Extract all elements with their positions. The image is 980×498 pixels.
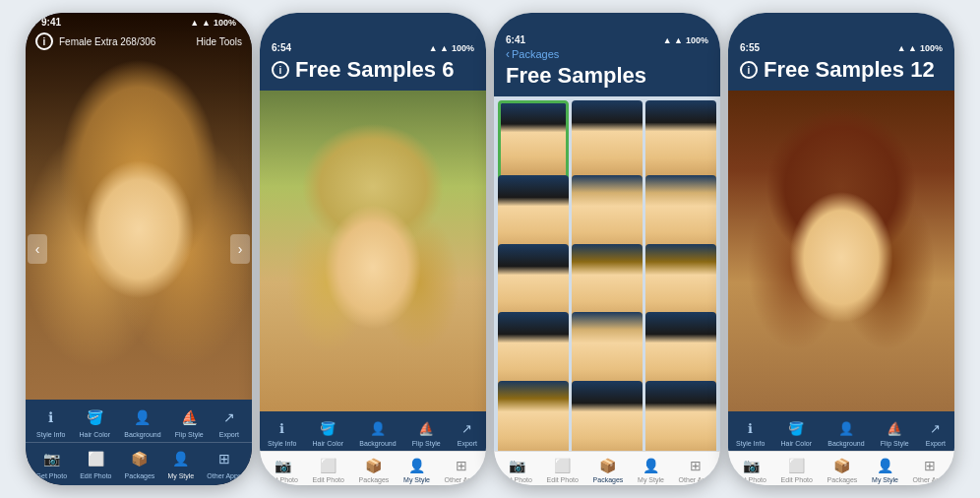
- tab-other-apps-3[interactable]: ⊞ Other Apps: [679, 456, 713, 483]
- toolbar-flip-style[interactable]: ⛵ Flip Style: [175, 405, 204, 438]
- background-icon: 👤: [131, 405, 154, 429]
- export-label: Export: [219, 431, 239, 438]
- tab-packages-3[interactable]: 📦 Packages: [593, 456, 624, 483]
- act-background-4[interactable]: 👤 Background: [827, 417, 864, 447]
- hide-tools-btn[interactable]: Hide Tools: [196, 36, 242, 47]
- phone-2-screen: 6:54 ▲ ▲ 100% i Free Samples 6 ℹ: [260, 13, 486, 485]
- tab-my-style-4[interactable]: 👤 My Style: [872, 456, 898, 483]
- act-export-4[interactable]: ↗ Export: [925, 417, 947, 447]
- mini-face-15: [645, 381, 716, 451]
- act-export-2[interactable]: ↗ Export: [457, 417, 478, 447]
- export-icon-4: ↗: [925, 417, 947, 439]
- act-flip-style-4[interactable]: ⛵ Flip Style: [881, 417, 909, 447]
- background-label: Background: [124, 431, 160, 438]
- phone2-content: [260, 91, 486, 411]
- next-arrow[interactable]: ›: [230, 234, 250, 264]
- time-1: 9:41: [41, 17, 61, 28]
- style-info-label: Style Info: [36, 431, 65, 438]
- act-hair-color-4[interactable]: 🪣 Hair Color: [781, 417, 813, 447]
- act-flip-style-2[interactable]: ⛵ Flip Style: [412, 417, 441, 447]
- flip-style-icon-2: ⛵: [415, 417, 437, 439]
- tab-other-apps-2[interactable]: ⊞ Other Apps: [445, 456, 479, 483]
- act-style-info-2[interactable]: ℹ Style Info: [268, 417, 296, 447]
- tab-other-apps-1[interactable]: ⊞ Other Apps: [207, 447, 241, 479]
- edit-photo-tab-icon-2: ⬜: [319, 456, 338, 475]
- tab-get-photo-4[interactable]: 📷 Get Photo: [735, 456, 766, 483]
- status-icons-2: ▲ ▲ 100%: [429, 43, 474, 53]
- tab-other-apps-4[interactable]: ⊞ Other Apps: [913, 456, 948, 483]
- phone4-content: [728, 91, 954, 411]
- tab-packages-1[interactable]: 📦 Packages: [125, 447, 155, 479]
- toolbar-style-info[interactable]: ℹ Style Info: [36, 405, 65, 438]
- hair-color-icon-4: 🪣: [785, 417, 807, 439]
- style-info-icon-2: ℹ: [272, 417, 293, 439]
- toolbar-hair-color[interactable]: 🪣 Hair Color: [80, 405, 111, 438]
- other-apps-label: Other Apps: [207, 472, 241, 479]
- toolbar-background[interactable]: 👤 Background: [124, 405, 160, 438]
- status-bar-1: 9:41 ▲ ▲ 100%: [26, 13, 252, 30]
- my-style-label: My Style: [167, 472, 194, 479]
- tab-my-style-1[interactable]: 👤 My Style: [167, 447, 194, 479]
- get-photo-label: Get Photo: [36, 472, 68, 479]
- wifi-icon-1: ▲: [202, 18, 211, 28]
- phone2-model: [260, 91, 486, 411]
- mini-face-1: [501, 103, 566, 186]
- tab-packages-2[interactable]: 📦 Packages: [359, 456, 390, 483]
- time-3: 6:41: [506, 34, 525, 45]
- top-bar-1: i Female Extra 268/306 Hide Tools: [26, 29, 252, 54]
- packages-icon: 📦: [128, 447, 152, 470]
- background-icon-2: 👤: [367, 417, 389, 439]
- style-info-icon: ℹ: [39, 405, 63, 429]
- tab-get-photo-1[interactable]: 📷 Get Photo: [36, 447, 68, 479]
- export-icon-2: ↗: [457, 417, 478, 439]
- mini-face-13: [498, 381, 569, 451]
- phone2-title: Free Samples 6: [295, 57, 454, 83]
- tab-my-style-2[interactable]: 👤 My Style: [403, 456, 430, 483]
- info-icon-4[interactable]: i: [740, 61, 758, 79]
- phone1-model-render: [26, 13, 252, 406]
- tab-got-photo-3[interactable]: 📷 Got Photo: [501, 456, 532, 483]
- phone-2: 6:54 ▲ ▲ 100% i Free Samples 6 ℹ: [260, 13, 486, 485]
- phones-container: 9:41 ▲ ▲ 100% i Female Extra 268/306 Hid…: [16, 3, 964, 495]
- tab-edit-photo-1[interactable]: ⬜ Edit Photo: [80, 447, 111, 479]
- grid-item-15[interactable]: 15: [645, 381, 716, 451]
- phone3-header: 6:41 ▲ ▲ 100% ‹ Packages Free Samples: [494, 13, 720, 96]
- act-style-info-4[interactable]: ℹ Style Info: [736, 417, 765, 447]
- status-bar-3: 6:41 ▲ ▲ 100%: [506, 34, 708, 47]
- tab-packages-4[interactable]: 📦 Packages: [827, 456, 858, 483]
- tab-edit-photo-4[interactable]: ⬜ Edit Photo: [781, 456, 813, 483]
- phone-1: 9:41 ▲ ▲ 100% i Female Extra 268/306 Hid…: [26, 13, 252, 485]
- status-icons-4: ▲ ▲ 100%: [897, 43, 943, 53]
- my-style-icon: 👤: [169, 447, 193, 470]
- back-label-3: Packages: [512, 48, 559, 60]
- background-icon-4: 👤: [835, 417, 857, 439]
- tab-edit-photo-3[interactable]: ⬜ Edit Photo: [547, 456, 579, 483]
- info-icon-2[interactable]: i: [272, 61, 289, 79]
- hair-color-icon: 🪣: [83, 405, 106, 429]
- status-bar-4: 6:55 ▲ ▲ 100%: [740, 42, 943, 57]
- tab-get-photo-2[interactable]: 📷 Get Photo: [267, 456, 298, 483]
- phone-3-screen: 6:41 ▲ ▲ 100% ‹ Packages Free Samples 1: [494, 13, 720, 485]
- time-2: 6:54: [272, 42, 291, 53]
- tab-edit-photo-2[interactable]: ⬜ Edit Photo: [313, 456, 344, 483]
- grid-item-14[interactable]: 14: [572, 381, 643, 451]
- flip-style-icon-4: ⛵: [884, 417, 905, 439]
- my-style-tab-icon-2: 👤: [406, 456, 426, 475]
- toolbar-export[interactable]: ↗ Export: [217, 405, 241, 438]
- status-bar-2: 6:54 ▲ ▲ 100%: [272, 42, 474, 57]
- hair-color-label: Hair Color: [80, 431, 111, 438]
- act-hair-color-2[interactable]: 🪣 Hair Color: [313, 417, 344, 447]
- tab-my-style-3[interactable]: 👤 My Style: [638, 456, 664, 483]
- get-photo-icon: 📷: [39, 447, 63, 470]
- phone4-header: 6:55 ▲ ▲ 100% i Free Samples 12: [728, 13, 954, 91]
- grid-item-13[interactable]: 13: [498, 381, 569, 451]
- flip-style-icon: ⛵: [177, 405, 201, 429]
- act-background-2[interactable]: 👤 Background: [359, 417, 396, 447]
- info-icon-1[interactable]: i: [35, 32, 53, 50]
- get-photo-tab-icon-2: 📷: [273, 456, 292, 475]
- prev-arrow[interactable]: ‹: [28, 234, 47, 264]
- style-info-icon-4: ℹ: [740, 417, 762, 439]
- toolbar-top-1: ℹ Style Info 🪣 Hair Color 👤 Background ⛵…: [26, 405, 252, 443]
- back-button-3[interactable]: ‹ Packages: [506, 47, 708, 61]
- phone-1-screen: 9:41 ▲ ▲ 100% i Female Extra 268/306 Hid…: [26, 13, 252, 485]
